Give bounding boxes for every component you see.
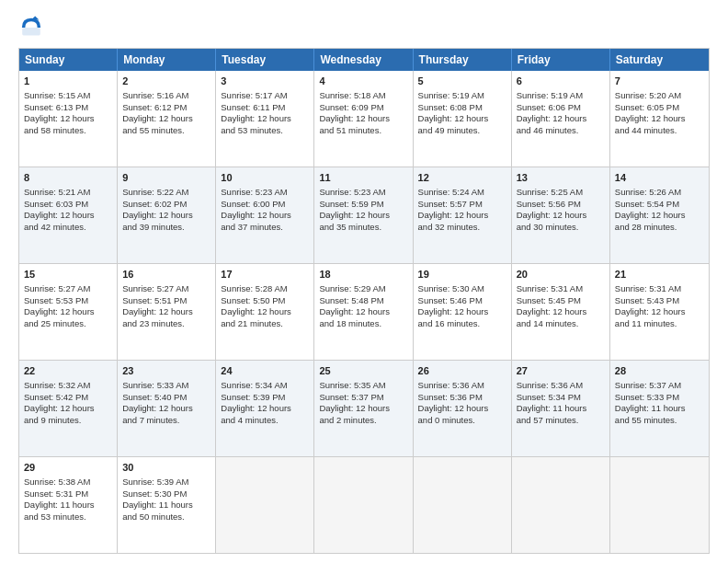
day-number: 19: [418, 268, 506, 282]
calendar-row-3: 22Sunrise: 5:32 AMSunset: 5:42 PMDayligh…: [19, 361, 709, 457]
day-info: and 11 minutes.: [615, 318, 704, 330]
calendar-cell-1: 1Sunrise: 5:15 AMSunset: 6:13 PMDaylight…: [19, 71, 118, 167]
day-number: 1: [24, 75, 112, 88]
logo-icon: [18, 15, 44, 40]
calendar-cell-21: 21Sunrise: 5:31 AMSunset: 5:43 PMDayligh…: [610, 264, 709, 360]
day-info: Sunrise: 5:23 AM: [319, 187, 407, 199]
day-info: Sunset: 6:02 PM: [122, 199, 210, 211]
header: [18, 15, 710, 40]
day-info: Daylight: 12 hours: [418, 403, 506, 415]
day-info: Sunrise: 5:19 AM: [517, 90, 605, 102]
logo: [18, 15, 48, 40]
day-info: Sunset: 6:12 PM: [122, 102, 210, 114]
calendar-cell-29: 29Sunrise: 5:38 AMSunset: 5:31 PMDayligh…: [19, 457, 118, 553]
day-number: 21: [615, 268, 704, 282]
day-number: 15: [24, 268, 112, 282]
day-info: Sunrise: 5:18 AM: [319, 90, 407, 102]
calendar-cell-2: 2Sunrise: 5:16 AMSunset: 6:12 PMDaylight…: [118, 71, 216, 167]
day-number: 6: [517, 75, 605, 88]
calendar-cell-24: 24Sunrise: 5:34 AMSunset: 5:39 PMDayligh…: [216, 361, 314, 456]
day-info: Daylight: 11 hours: [122, 500, 210, 511]
day-info: Daylight: 12 hours: [24, 113, 112, 125]
svg-rect-0: [22, 28, 40, 35]
calendar-cell-18: 18Sunrise: 5:29 AMSunset: 5:48 PMDayligh…: [314, 264, 413, 360]
day-number: 14: [615, 171, 704, 185]
calendar-row-4: 29Sunrise: 5:38 AMSunset: 5:31 PMDayligh…: [19, 457, 709, 553]
calendar-row-1: 8Sunrise: 5:21 AMSunset: 6:03 PMDaylight…: [19, 167, 709, 264]
header-cell-monday: Monday: [118, 49, 216, 71]
day-info: Sunset: 5:48 PM: [319, 295, 407, 307]
day-info: Daylight: 12 hours: [418, 113, 506, 125]
day-info: Sunrise: 5:27 AM: [24, 283, 112, 295]
calendar-cell-9: 9Sunrise: 5:22 AMSunset: 6:02 PMDaylight…: [118, 167, 216, 263]
day-info: Sunset: 5:54 PM: [615, 199, 704, 211]
header-cell-saturday: Saturday: [610, 49, 709, 71]
calendar-cell-22: 22Sunrise: 5:32 AMSunset: 5:42 PMDayligh…: [19, 361, 118, 456]
day-info: Sunrise: 5:28 AM: [221, 283, 309, 295]
day-info: Sunrise: 5:30 AM: [418, 283, 506, 295]
day-info: and 51 minutes.: [319, 125, 407, 137]
day-info: Sunrise: 5:24 AM: [418, 187, 506, 199]
day-info: Sunset: 5:36 PM: [418, 392, 506, 404]
day-info: Daylight: 12 hours: [517, 306, 605, 318]
day-number: 20: [517, 268, 605, 282]
calendar-cell-6: 6Sunrise: 5:19 AMSunset: 6:06 PMDaylight…: [512, 71, 610, 167]
calendar-cell-14: 14Sunrise: 5:26 AMSunset: 5:54 PMDayligh…: [610, 167, 709, 263]
day-info: and 57 minutes.: [517, 415, 605, 427]
day-info: Daylight: 12 hours: [24, 210, 112, 222]
calendar-header: SundayMondayTuesdayWednesdayThursdayFrid…: [19, 49, 709, 71]
calendar-cell-30: 30Sunrise: 5:39 AMSunset: 5:30 PMDayligh…: [118, 457, 216, 553]
day-info: and 2 minutes.: [319, 415, 407, 427]
day-info: Daylight: 12 hours: [24, 403, 112, 415]
day-info: Daylight: 12 hours: [319, 403, 407, 415]
day-info: and 58 minutes.: [24, 125, 112, 137]
day-info: and 4 minutes.: [221, 415, 309, 427]
day-info: Sunrise: 5:33 AM: [122, 380, 210, 392]
day-info: Sunset: 5:37 PM: [319, 392, 407, 404]
day-number: 22: [24, 364, 112, 378]
day-info: Daylight: 11 hours: [24, 500, 112, 511]
day-info: Daylight: 12 hours: [615, 306, 704, 318]
day-info: Daylight: 12 hours: [24, 306, 112, 318]
day-number: 2: [122, 75, 210, 88]
day-info: and 25 minutes.: [24, 318, 112, 330]
header-cell-tuesday: Tuesday: [216, 49, 314, 71]
day-info: Sunset: 6:11 PM: [221, 102, 309, 114]
day-info: Sunrise: 5:19 AM: [418, 90, 506, 102]
day-info: Sunset: 5:33 PM: [615, 392, 704, 404]
day-info: Sunset: 6:09 PM: [319, 102, 407, 114]
day-number: 5: [418, 75, 506, 88]
day-number: 16: [122, 268, 210, 282]
calendar-cell-28: 28Sunrise: 5:37 AMSunset: 5:33 PMDayligh…: [610, 361, 709, 456]
day-info: and 7 minutes.: [122, 415, 210, 427]
day-info: and 50 minutes.: [122, 511, 210, 523]
calendar-cell-25: 25Sunrise: 5:35 AMSunset: 5:37 PMDayligh…: [314, 361, 413, 456]
calendar-cell-20: 20Sunrise: 5:31 AMSunset: 5:45 PMDayligh…: [512, 264, 610, 360]
day-info: Daylight: 12 hours: [122, 306, 210, 318]
day-info: Sunrise: 5:32 AM: [24, 380, 112, 392]
day-info: Sunset: 6:13 PM: [24, 102, 112, 114]
day-info: Daylight: 12 hours: [615, 113, 704, 125]
day-info: Sunset: 5:39 PM: [221, 392, 309, 404]
calendar-row-2: 15Sunrise: 5:27 AMSunset: 5:53 PMDayligh…: [19, 264, 709, 361]
day-info: Sunrise: 5:27 AM: [122, 283, 210, 295]
day-number: 17: [221, 268, 309, 282]
day-info: Sunset: 5:56 PM: [517, 199, 605, 211]
day-info: and 16 minutes.: [418, 318, 506, 330]
day-info: Daylight: 12 hours: [615, 210, 704, 222]
calendar-cell-10: 10Sunrise: 5:23 AMSunset: 6:00 PMDayligh…: [216, 167, 314, 263]
day-info: Sunset: 5:51 PM: [122, 295, 210, 307]
calendar-row-0: 1Sunrise: 5:15 AMSunset: 6:13 PMDaylight…: [19, 71, 709, 167]
day-info: Daylight: 12 hours: [221, 306, 309, 318]
header-cell-wednesday: Wednesday: [314, 49, 413, 71]
day-info: Sunset: 5:31 PM: [24, 488, 112, 500]
day-info: Daylight: 11 hours: [615, 403, 704, 415]
calendar-cell-8: 8Sunrise: 5:21 AMSunset: 6:03 PMDaylight…: [19, 167, 118, 263]
day-number: 4: [319, 75, 407, 88]
day-info: Daylight: 11 hours: [517, 403, 605, 415]
day-info: Daylight: 12 hours: [517, 210, 605, 222]
calendar-cell-4: 4Sunrise: 5:18 AMSunset: 6:09 PMDaylight…: [314, 71, 413, 167]
day-info: Sunrise: 5:22 AM: [122, 187, 210, 199]
day-info: Sunset: 5:53 PM: [24, 295, 112, 307]
day-info: Sunset: 5:59 PM: [319, 199, 407, 211]
